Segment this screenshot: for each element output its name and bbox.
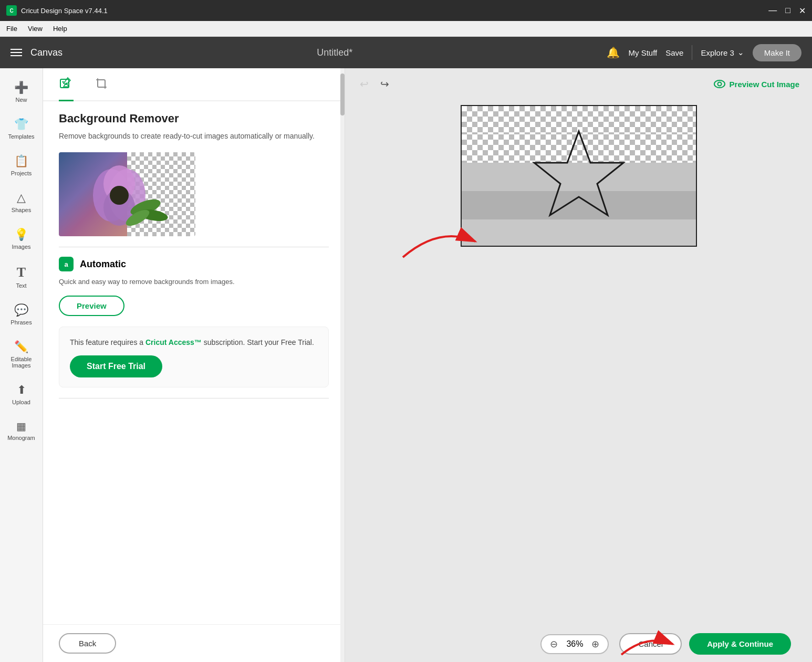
sidebar-item-phrases[interactable]: 💬 Phrases (1, 297, 43, 332)
canvas-bottom: ⊖ 36% ⊕ Cancel Apply & Continue (345, 626, 812, 662)
machine-selector[interactable]: Explore 3 ⌄ (701, 48, 744, 57)
sidebar-item-label: Shapes (12, 207, 31, 213)
crop-tab-icon (95, 77, 109, 94)
sidebar-item-label: Text (16, 282, 26, 289)
hamburger-menu[interactable] (11, 49, 22, 56)
hamburger-line (11, 55, 22, 56)
sidebar-item-monogram[interactable]: ▦ Monogram (1, 414, 43, 447)
svg-marker-12 (534, 131, 623, 215)
chevron-down-icon: ⌄ (737, 48, 744, 57)
canvas-image-wrapper (461, 105, 697, 247)
zoom-in-button[interactable]: ⊕ (591, 638, 599, 650)
panel-title: Background Remover (59, 112, 329, 125)
cricut-access-link[interactable]: Cricut Access™ (145, 338, 202, 346)
automatic-description: Quick and easy way to remove backgrounds… (59, 277, 329, 287)
titlebar-left: C Cricut Design Space v7.44.1 (6, 5, 108, 16)
eye-icon (714, 78, 725, 90)
red-arrow-svg (398, 220, 482, 262)
svg-point-11 (717, 82, 721, 86)
save-button[interactable]: Save (665, 48, 683, 57)
sidebar-item-shapes[interactable]: △ Shapes (1, 185, 43, 219)
header-divider (692, 45, 692, 60)
canvas-area: ↩ ↪ Preview Cut Image (345, 68, 812, 662)
apply-continue-button[interactable]: Apply & Continue (689, 633, 791, 655)
app-title: Cricut Design Space v7.44.1 (21, 7, 108, 15)
access-text-after: subscription. Start your Free Trial. (202, 338, 314, 346)
make-it-button[interactable]: Make It (753, 44, 801, 61)
projects-icon: 📋 (14, 154, 28, 168)
menubar: File View Help (0, 21, 812, 37)
sidebar-item-templates[interactable]: 👕 Templates (1, 111, 43, 146)
svg-point-1 (63, 81, 64, 83)
monogram-icon: ▦ (16, 420, 26, 433)
sidebar: ➕ New 👕 Templates 📋 Projects △ Shapes 💡 … (0, 68, 43, 662)
sidebar-item-upload[interactable]: ⬆ Upload (1, 377, 43, 412)
tab-crop[interactable] (95, 77, 109, 100)
canvas-content (345, 100, 812, 626)
toolbar-left: ↩ ↪ (358, 76, 391, 92)
panel-footer: Back (43, 624, 345, 662)
preview-button[interactable]: Preview (59, 296, 124, 316)
text-icon: T (17, 265, 26, 280)
phrases-icon: 💬 (14, 303, 28, 317)
hamburger-line (11, 49, 22, 50)
panel-tabs (43, 68, 345, 101)
tab-background-remover[interactable] (59, 77, 74, 101)
automatic-title: Automatic (80, 259, 126, 270)
editable-images-icon: ✏️ (14, 340, 28, 354)
sidebar-item-label: Phrases (11, 319, 32, 325)
apply-arrow-svg (616, 628, 679, 660)
canvas-bottom-right: ⊖ 36% ⊕ Cancel Apply & Continue (540, 633, 791, 655)
sidebar-item-label: New (15, 97, 27, 103)
minimize-button[interactable]: — (768, 6, 777, 16)
section-divider-1 (59, 247, 329, 247)
app-header: Canvas Untitled* 🔔 My Stuff Save Explore… (0, 37, 812, 68)
maximize-button[interactable]: □ (785, 6, 790, 16)
background-remover-tab-icon (59, 77, 74, 94)
panel-description: Remove backgrounds to create ready-to-cu… (59, 131, 329, 142)
menu-file[interactable]: File (6, 25, 17, 33)
close-button[interactable]: ✕ (799, 6, 806, 16)
free-trial-button[interactable]: Start Free Trial (70, 355, 162, 377)
menu-view[interactable]: View (28, 25, 43, 33)
sidebar-item-label: Images (12, 244, 30, 250)
sidebar-item-editable-images[interactable]: ✏️ Editable Images (1, 334, 43, 375)
panel-content: Background Remover Remove backgrounds to… (43, 101, 345, 624)
sidebar-item-label: Editable Images (3, 356, 40, 369)
section-divider-2 (59, 398, 329, 398)
zoom-out-button[interactable]: ⊖ (550, 638, 558, 650)
access-text-before: This feature requires a (70, 338, 145, 346)
titlebar: C Cricut Design Space v7.44.1 — □ ✕ (0, 0, 812, 21)
flower-preview-image (59, 152, 195, 236)
flower-svg (64, 155, 195, 236)
sidebar-item-new[interactable]: ➕ New (1, 75, 43, 109)
scrollbar-thumb[interactable] (340, 73, 345, 115)
mystuff-button[interactable]: My Stuff (628, 48, 657, 57)
preview-cut-label: Preview Cut Image (730, 80, 799, 89)
scrollbar-track[interactable] (340, 68, 345, 662)
shapes-icon: △ (17, 191, 26, 205)
preview-cut-button[interactable]: Preview Cut Image (714, 78, 799, 90)
zoom-value: 36% (564, 639, 585, 649)
plus-icon: ➕ (14, 81, 28, 94)
titlebar-controls[interactable]: — □ ✕ (768, 6, 806, 16)
sidebar-item-projects[interactable]: 📋 Projects (1, 148, 43, 183)
sidebar-item-text[interactable]: T Text (1, 258, 43, 295)
svg-point-6 (110, 186, 129, 205)
main-layout: ➕ New 👕 Templates 📋 Projects △ Shapes 💡 … (0, 68, 812, 662)
sidebar-item-label: Monogram (7, 435, 35, 441)
notification-bell[interactable]: 🔔 (607, 46, 620, 59)
flag-image (461, 105, 697, 247)
undo-button[interactable]: ↩ (358, 76, 371, 92)
menu-help[interactable]: Help (53, 25, 67, 33)
images-icon: 💡 (14, 228, 28, 241)
redo-button[interactable]: ↪ (378, 76, 391, 92)
sidebar-item-label: Templates (8, 133, 34, 140)
automatic-badge: a (59, 257, 74, 271)
automatic-header: a Automatic (59, 257, 329, 271)
sidebar-item-images[interactable]: 💡 Images (1, 222, 43, 256)
doc-title: Untitled* (317, 47, 352, 58)
back-button[interactable]: Back (59, 633, 116, 654)
sidebar-item-label: Projects (11, 170, 32, 176)
apply-continue-wrapper: Apply & Continue (689, 633, 791, 655)
